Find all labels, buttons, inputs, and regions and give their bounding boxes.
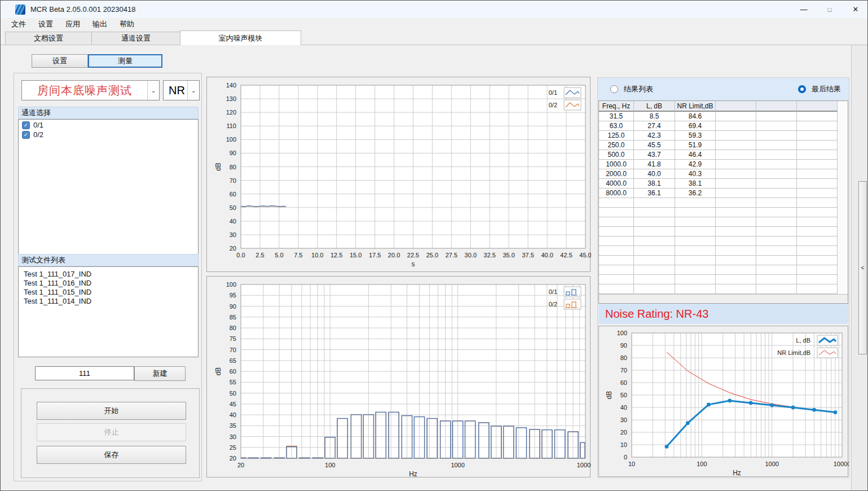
- checkbox-icon[interactable]: ✓: [22, 121, 30, 129]
- table-row[interactable]: [599, 256, 848, 265]
- svg-text:30.0: 30.0: [465, 252, 477, 258]
- subtab-settings[interactable]: 设置: [32, 54, 88, 68]
- svg-text:35: 35: [230, 422, 236, 429]
- table-cell: 1000.0: [599, 160, 634, 169]
- svg-text:45.0: 45.0: [579, 252, 591, 258]
- table-cell: 500.0: [599, 150, 634, 160]
- save-button[interactable]: 保存: [37, 446, 186, 464]
- table-cell: [797, 179, 838, 188]
- noise-rating-band: Noise Rating: NR-43: [598, 304, 848, 324]
- stop-button: 停止: [37, 423, 186, 441]
- last-result-radio[interactable]: [798, 85, 806, 93]
- svg-text:40: 40: [230, 411, 236, 418]
- table-cell: [756, 188, 797, 198]
- table-cell: [797, 150, 838, 160]
- panel-collapse-splitter[interactable]: <: [858, 181, 867, 354]
- table-row[interactable]: 2000.040.040.3: [599, 169, 848, 179]
- table-cell: 27.4: [634, 121, 675, 131]
- table-row[interactable]: [599, 217, 848, 227]
- svg-text:20: 20: [230, 245, 236, 252]
- table-row[interactable]: 1000.041.842.9: [599, 160, 848, 169]
- checkbox-icon[interactable]: ✓: [22, 131, 30, 139]
- svg-text:60: 60: [620, 379, 627, 386]
- close-button[interactable]: ✕: [843, 1, 868, 18]
- file-item[interactable]: Test 1_111_015_IND: [19, 287, 198, 296]
- file-item[interactable]: Test 1_111_016_IND: [19, 278, 198, 287]
- menu-item-4[interactable]: 帮助: [113, 19, 140, 29]
- table-cell: [797, 275, 838, 284]
- table-cell: [797, 256, 838, 265]
- test-type-dropdown[interactable]: 房间本底噪声测试 ⌄: [21, 80, 160, 100]
- menu-item-3[interactable]: 输出: [86, 19, 113, 29]
- svg-text:0/2: 0/2: [549, 301, 557, 308]
- file-list-header: 测试文件列表: [18, 254, 199, 266]
- table-cell: [797, 160, 838, 169]
- new-button[interactable]: 新建: [134, 366, 186, 381]
- menu-item-0[interactable]: 文件: [5, 19, 32, 29]
- subtab-measure[interactable]: 测量: [88, 54, 162, 68]
- chevron-down-icon[interactable]: ⌄: [147, 81, 159, 100]
- file-item[interactable]: Test 1_111_017_IND: [19, 269, 198, 278]
- chevron-down-icon[interactable]: ⌄: [187, 81, 199, 100]
- table-row[interactable]: [599, 265, 848, 275]
- table-cell: 45.5: [634, 141, 675, 150]
- table-row[interactable]: 125.042.359.3: [599, 131, 848, 141]
- table-cell: [634, 265, 675, 275]
- channel-row[interactable]: ✓0/1: [19, 120, 198, 129]
- result-list-label: 结果列表: [624, 84, 653, 94]
- svg-text:120: 120: [226, 109, 236, 116]
- minimize-button[interactable]: —: [791, 1, 817, 18]
- tab-2[interactable]: 室内噪声模块: [180, 30, 301, 45]
- table-cell: [634, 198, 675, 208]
- table-cell: Freq., Hz: [599, 101, 634, 112]
- svg-text:37.5: 37.5: [522, 252, 534, 258]
- table-cell: 84.6: [675, 112, 716, 121]
- table-row[interactable]: [599, 246, 848, 256]
- svg-text:15.0: 15.0: [350, 252, 362, 258]
- table-cell: [599, 246, 634, 256]
- time-history-chart: 20304050607080901001101201301400.02.55.0…: [206, 77, 591, 272]
- table-cell: 69.4: [675, 121, 716, 131]
- noise-rating-text: Noise Rating: NR-43: [598, 308, 708, 321]
- channel-row[interactable]: ✓0/2: [19, 129, 198, 139]
- maximize-button[interactable]: □: [817, 1, 843, 18]
- svg-text:50: 50: [230, 390, 236, 397]
- file-item[interactable]: Test 1_111_014_IND: [19, 296, 198, 305]
- table-row[interactable]: [599, 198, 848, 208]
- svg-text:80: 80: [230, 164, 236, 170]
- table-row[interactable]: [599, 284, 848, 294]
- table-cell: [797, 131, 838, 141]
- table-row[interactable]: 63.027.469.4: [599, 121, 848, 131]
- table-cell: [716, 150, 756, 160]
- svg-text:1000: 1000: [765, 461, 778, 467]
- start-button[interactable]: 开始: [37, 402, 186, 420]
- table-row[interactable]: 31.58.584.6: [599, 112, 848, 121]
- menu-item-1[interactable]: 设置: [32, 19, 59, 29]
- table-row[interactable]: [599, 275, 848, 284]
- table-cell: [675, 227, 716, 236]
- table-cell: [675, 275, 716, 284]
- table-cell: [756, 160, 797, 169]
- rating-type-dropdown[interactable]: NR ⌄: [163, 80, 200, 100]
- svg-text:110: 110: [226, 122, 236, 129]
- svg-text:40.0: 40.0: [541, 252, 553, 258]
- table-cell: 36.2: [675, 188, 716, 198]
- table-row[interactable]: 8000.036.136.2: [599, 188, 848, 198]
- table-row[interactable]: [599, 227, 848, 236]
- table-cell: [716, 141, 756, 150]
- file-prefix-input[interactable]: [35, 366, 134, 380]
- menu-bar: 文件设置应用输出帮助: [1, 18, 868, 30]
- result-list-radio[interactable]: [610, 85, 618, 93]
- tab-0[interactable]: 文档设置: [5, 32, 92, 45]
- table-row[interactable]: [599, 208, 848, 217]
- table-row[interactable]: 500.043.746.4: [599, 150, 848, 160]
- table-cell: [716, 265, 756, 275]
- svg-text:10000: 10000: [577, 462, 591, 468]
- table-cell: [599, 236, 634, 246]
- menu-item-2[interactable]: 应用: [59, 19, 86, 29]
- table-row[interactable]: 250.045.551.9: [599, 141, 848, 150]
- tab-1[interactable]: 通道设置: [91, 32, 180, 45]
- table-row[interactable]: [599, 236, 848, 246]
- svg-text:0: 0: [624, 454, 627, 461]
- table-row[interactable]: 4000.038.138.1: [599, 179, 848, 188]
